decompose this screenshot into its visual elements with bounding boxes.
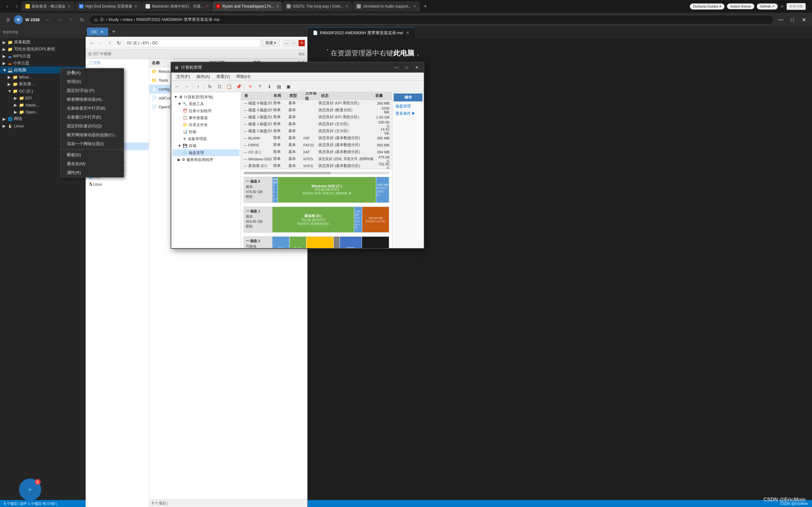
- ctx-duan[interactable]: 断桩(D): [61, 151, 124, 159]
- tree-item-screenshots[interactable]: ▶ 📁 屏幕截图: [0, 39, 86, 46]
- nav-refresh[interactable]: ↻: [78, 15, 87, 24]
- cm-tree-eventvwr[interactable]: 📋 事件查看器: [172, 114, 240, 121]
- switch-theme-btn[interactable]: Switch theme: [727, 3, 754, 9]
- ctx-rename[interactable]: 重命名(M): [61, 159, 124, 168]
- tab-5-close[interactable]: ✕: [345, 4, 348, 9]
- cm-row-4[interactable]: — 磁盘 2 磁盘分区 3) 简单 基本 状态良好 (主分区) 14.42 GE: [241, 128, 392, 135]
- cm-tree-storage[interactable]: ▼ 💾 存储: [172, 142, 240, 149]
- fe-refresh-btn[interactable]: ↻: [115, 39, 122, 47]
- cm-tree-devmgr[interactable]: 🖱 设备管理器: [172, 135, 240, 142]
- ctx-pin-start[interactable]: 固定到'开始'(P): [61, 86, 124, 95]
- bookmarks-btn[interactable]: ≫: [780, 4, 784, 9]
- nav-up[interactable]: ↑: [66, 15, 75, 24]
- fe-close-btn[interactable]: ✕: [299, 40, 305, 46]
- cm-tool-back[interactable]: ←: [172, 82, 182, 91]
- ctx-disconnect[interactable]: 断开网络驱动器的连接(C)...: [61, 130, 124, 139]
- disk-2-part-14g[interactable]: 14.42 GB: [306, 237, 334, 248]
- cm-tree-shared[interactable]: 📁 共享文件夹: [172, 121, 240, 128]
- tab-4-close[interactable]: ✕: [276, 4, 279, 9]
- disk-0-part-recovery[interactable]: 1000 MB 状态良好 (恢复分区): [376, 177, 389, 203]
- cm-menu-action[interactable]: 操作(A): [194, 73, 212, 80]
- fe-tab-oc[interactable]: OC ✕: [87, 27, 108, 36]
- fe-back-btn[interactable]: ←: [88, 39, 96, 47]
- cm-row-blank[interactable]: — BLANK 简单 基本 FAT 状态良好 (基本数据分区) 285 MB: [241, 135, 392, 142]
- ctx-properties[interactable]: 属性(R): [61, 168, 124, 177]
- cm-tree-systools[interactable]: ▼ 🔧 系统工具: [172, 101, 240, 107]
- disk-1-part-d[interactable]: 新加卷 (D:) 752.85 GB NTFS 状态良好 (基本数据分区): [272, 207, 354, 232]
- cm-close-btn[interactable]: ✕: [413, 64, 420, 71]
- cm-menu-help[interactable]: 帮助(H): [234, 73, 253, 80]
- disk-2-part-unalloc[interactable]: 13.25 GB: [362, 237, 389, 248]
- tab-6[interactable]: U Unrelated to Audio support... ✕: [353, 1, 420, 11]
- disk-2-part-129[interactable]: 129: [334, 237, 340, 248]
- cm-tree-services[interactable]: ▶ ⚙ 服务和应用程序: [172, 156, 240, 163]
- tree-item-mi[interactable]: ▶ ☁ 小米云盘: [0, 60, 86, 66]
- nav-back[interactable]: ←: [44, 15, 52, 24]
- tab-2[interactable]: B High End Desktop 百度搜索 ✕: [75, 1, 141, 11]
- address-bar[interactable]: 🗂 D: › Study › notes › R9000P2022 AMD580…: [89, 15, 774, 24]
- ctx-open-newwin[interactable]: 在新窗口中打开(E): [61, 113, 124, 122]
- cm-tree-perf[interactable]: 📊 性能: [172, 128, 240, 135]
- notification-bubble[interactable]: 🐦 1: [19, 478, 41, 501]
- cm-tool-stop[interactable]: ✕: [246, 82, 255, 91]
- wps-logo[interactable]: W: [14, 15, 23, 24]
- tab-2-close[interactable]: ✕: [134, 4, 137, 9]
- ctx-collapse[interactable]: 折叠(A): [61, 68, 124, 77]
- dortania-guides-btn[interactable]: Dortania Guides ▾: [690, 3, 724, 9]
- disk-2-part-oc[interactable]: OC ( 294 M: [272, 237, 290, 248]
- disk-1-part-efi[interactable]: 1.00 GB 状态良好 (EFI 系: [354, 207, 362, 232]
- cm-menu-view[interactable]: 查看(V): [214, 73, 233, 80]
- disk-0-part-efi[interactable]: 260 MB 状态良好 (EFI 系: [272, 177, 278, 203]
- disk-2-part-blank[interactable]: BLAN 285 M: [290, 237, 307, 248]
- ctx-open-newtab[interactable]: 在新标签页中打开(B): [61, 104, 124, 113]
- cm-action-more[interactable]: 更多操作 ▶: [394, 110, 422, 117]
- cm-row-winc[interactable]: — Windows-SSD (C:) 简单 基本 NTFS 状态良好 (启动, …: [241, 156, 392, 163]
- close-btn[interactable]: ✕: [799, 15, 808, 24]
- cm-row-2[interactable]: — 磁盘 1 磁盘分区 3) 简单 基本 状态良好 (EFI 系统分区) 1.0…: [241, 114, 392, 121]
- sidebar-toggle-btn[interactable]: ☰: [4, 15, 13, 24]
- fe-forward-btn[interactable]: →: [97, 39, 105, 47]
- tab-1[interactable]: ✨ 新标签页 - 稀土掘金 ✕: [21, 1, 74, 11]
- fe-tab-oc-close[interactable]: ✕: [100, 30, 104, 34]
- fe-address-bar[interactable]: OC (E:) › EFI › OC: [124, 39, 261, 47]
- minimize-btn[interactable]: —: [776, 15, 785, 24]
- fe-up-btn[interactable]: ↑: [106, 39, 113, 47]
- cm-tool-forward[interactable]: →: [182, 82, 191, 91]
- tree-item-gf[interactable]: ▶ 📁 写给女朋友的OPL教程: [0, 46, 86, 53]
- tab-back-btn[interactable]: ‹: [3, 2, 11, 11]
- cm-tree-root[interactable]: ▼ 🖥 计算机管理(本地): [172, 94, 240, 101]
- fe-max-btn[interactable]: □: [291, 40, 297, 46]
- tab-3-close[interactable]: ✕: [206, 4, 209, 9]
- cm-row-oce[interactable]: — OC (E:) 简单 基本 FAT 状态良好 (基本数据分区) 294 MB: [241, 149, 392, 156]
- tab-1-close[interactable]: ✕: [67, 4, 71, 9]
- cm-tool-btn5[interactable]: 📌: [234, 82, 243, 91]
- cm-tree-scheduler[interactable]: ⏰ 任务计划程序: [172, 107, 240, 114]
- cm-tool-help[interactable]: ?: [255, 82, 264, 91]
- ctx-map-drive[interactable]: 映射网络驱动器(N)...: [61, 95, 124, 104]
- maximize-btn[interactable]: □: [788, 15, 797, 24]
- ctx-manage[interactable]: 管理(G): [61, 77, 124, 86]
- fe-tree-linux[interactable]: 🐧 Linux: [86, 181, 149, 188]
- editor-tab-close[interactable]: ✕: [406, 31, 409, 35]
- tab-6-close[interactable]: ✕: [413, 4, 416, 9]
- cm-menu-file[interactable]: 文件(F): [174, 73, 193, 80]
- tab-forward-btn[interactable]: ›: [12, 2, 21, 11]
- cm-tool-info[interactable]: ℹ: [265, 82, 274, 91]
- fe-new-btn[interactable]: 新建 ▾: [262, 39, 280, 47]
- ctx-pin-quick[interactable]: 固定到快速访问(Q): [61, 122, 124, 130]
- cm-tool-up[interactable]: ↑: [194, 82, 203, 91]
- cm-tool-grid[interactable]: ▤: [274, 82, 283, 91]
- new-tab-btn[interactable]: +: [420, 2, 429, 11]
- cm-tool-btn3[interactable]: 🗋: [215, 82, 224, 91]
- cm-minimize-btn[interactable]: —: [393, 64, 400, 71]
- tab-3[interactable]: M Markdown 表格中的行、列显... ✕: [142, 1, 212, 11]
- all-bookmarks-btn[interactable]: 所有书签: [786, 3, 806, 10]
- cm-tool-list[interactable]: ▣: [284, 82, 293, 91]
- cm-row-3[interactable]: — 磁盘 1 磁盘分区 3) 简单 基本 状态良好 (主分区) 200.00 G: [241, 121, 392, 128]
- tab-4[interactable]: R Ryzen and Threadripper(17h... ✕: [212, 1, 282, 11]
- nav-forward[interactable]: →: [55, 15, 64, 24]
- cm-row-firpe[interactable]: — FIRPE 简单 基本 FAT32 状态良好 (基本数据分区) 950 MB: [241, 142, 392, 149]
- tree-item-wps[interactable]: ▶ ☁ WPS云盘: [0, 53, 86, 60]
- ctx-add-location[interactable]: 添加一个网络位置(I): [61, 139, 124, 148]
- cm-action-diskmgmt[interactable]: 磁盘管理: [394, 103, 422, 110]
